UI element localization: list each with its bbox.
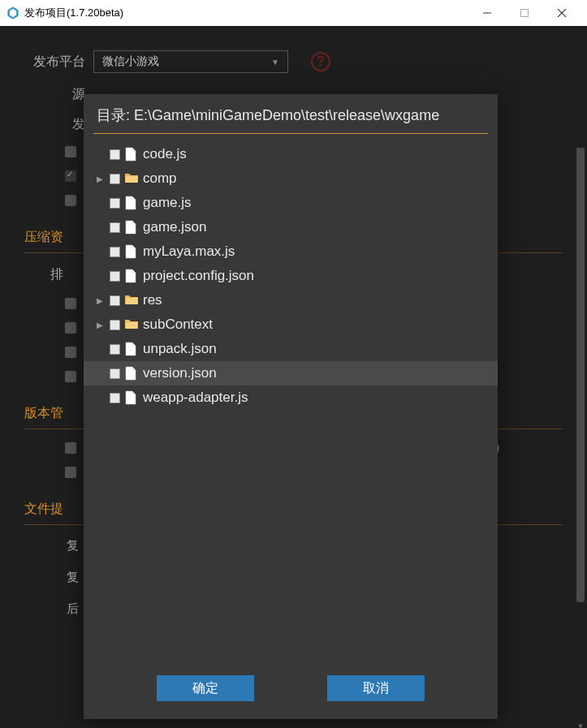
file-name: version.json xyxy=(143,365,217,381)
scrollbar-thumb[interactable] xyxy=(576,148,585,602)
checkbox-2[interactable] xyxy=(65,170,76,182)
folder-icon xyxy=(125,317,138,332)
checkbox-8[interactable] xyxy=(65,442,76,454)
titlebar: 发布项目(1.7.20beta) xyxy=(0,0,587,26)
file-row[interactable]: ▶myLaya.max.js xyxy=(84,239,498,264)
file-checkbox[interactable] xyxy=(110,149,120,160)
file-name: subContext xyxy=(143,317,213,333)
expand-icon[interactable]: ▶ xyxy=(95,174,105,183)
platform-dropdown[interactable]: 微信小游戏 ▼ xyxy=(93,50,288,73)
expand-icon[interactable]: ▶ xyxy=(95,321,105,330)
modal-title: 目录: E:\Game\miniGameDemo\test\release\wx… xyxy=(84,94,498,133)
file-checkbox[interactable] xyxy=(110,247,120,257)
file-row[interactable]: ▶version.json xyxy=(84,361,498,386)
file-row[interactable]: ▶game.json xyxy=(84,215,498,239)
file-checkbox[interactable] xyxy=(110,222,120,233)
checkbox-6[interactable] xyxy=(65,347,76,358)
file-list: ▶code.js▶comp▶game.js▶game.json▶myLaya.m… xyxy=(84,140,498,661)
file-icon xyxy=(125,147,138,162)
file-icon xyxy=(125,244,138,259)
directory-modal: 目录: E:\Game\miniGameDemo\test\release\wx… xyxy=(84,94,498,719)
file-icon xyxy=(125,269,138,283)
file-name: code.js xyxy=(143,146,187,162)
help-icon[interactable]: ? xyxy=(311,52,330,71)
file-checkbox[interactable] xyxy=(110,198,120,209)
file-checkbox[interactable] xyxy=(110,393,120,403)
platform-value: 微信小游戏 xyxy=(102,54,159,69)
file-icon xyxy=(125,220,138,235)
modal-divider xyxy=(93,133,488,134)
file-row[interactable]: ▶code.js xyxy=(84,142,498,166)
svg-rect-3 xyxy=(521,10,529,17)
file-row[interactable]: ▶game.js xyxy=(84,191,498,215)
checkbox-4[interactable] xyxy=(65,298,76,309)
checkbox-5[interactable] xyxy=(65,322,76,334)
file-name: comp xyxy=(143,170,177,187)
file-checkbox[interactable] xyxy=(110,295,120,306)
platform-row: 发布平台 微信小游戏 ▼ ? xyxy=(24,50,563,73)
window-controls xyxy=(468,0,581,26)
close-button[interactable] xyxy=(543,0,581,26)
publish-label: 发 xyxy=(24,116,85,133)
file-icon xyxy=(125,342,138,356)
file-name: unpack.json xyxy=(143,341,217,357)
file-icon xyxy=(125,366,138,381)
minimize-button[interactable] xyxy=(468,0,506,26)
chevron-down-icon: ▼ xyxy=(271,58,279,67)
file-name: game.json xyxy=(143,219,206,235)
file-checkbox[interactable] xyxy=(110,174,120,184)
titlebar-left: 发布项目(1.7.20beta) xyxy=(6,6,123,20)
platform-label: 发布平台 xyxy=(24,54,85,71)
file-name: weapp-adapter.js xyxy=(143,390,248,406)
folder-icon xyxy=(125,293,138,308)
ok-button[interactable]: 确定 xyxy=(157,675,254,701)
folder-icon xyxy=(125,171,138,186)
file-checkbox[interactable] xyxy=(110,368,120,379)
file-row[interactable]: ▶res xyxy=(84,288,498,312)
file-name: game.js xyxy=(143,195,192,211)
scrollbar[interactable]: ▼ xyxy=(576,148,585,728)
file-checkbox[interactable] xyxy=(110,271,120,282)
file-row[interactable]: ▶subContext xyxy=(84,312,498,337)
maximize-button[interactable] xyxy=(506,0,543,26)
file-icon xyxy=(125,196,138,210)
file-checkbox[interactable] xyxy=(110,320,120,330)
checkbox-1[interactable] xyxy=(65,146,76,157)
file-checkbox[interactable] xyxy=(110,344,120,355)
source-label: 源 xyxy=(24,86,85,103)
expand-icon[interactable]: ▶ xyxy=(95,296,105,305)
checkbox-3[interactable] xyxy=(65,195,76,206)
scroll-down-icon[interactable]: ▼ xyxy=(576,722,585,728)
file-row[interactable]: ▶project.config.json xyxy=(84,264,498,288)
file-name: project.config.json xyxy=(143,268,254,284)
file-icon xyxy=(125,390,138,405)
checkbox-9[interactable] xyxy=(65,467,76,478)
file-row[interactable]: ▶weapp-adapter.js xyxy=(84,386,498,410)
file-row[interactable]: ▶comp xyxy=(84,166,498,191)
file-row[interactable]: ▶unpack.json xyxy=(84,337,498,361)
file-name: res xyxy=(143,292,162,308)
window-title: 发布项目(1.7.20beta) xyxy=(24,6,123,20)
checkbox-7[interactable] xyxy=(65,371,76,382)
file-name: myLaya.max.js xyxy=(143,243,235,260)
cancel-button[interactable]: 取消 xyxy=(327,675,425,701)
app-icon xyxy=(6,6,19,19)
modal-buttons: 确定 取消 xyxy=(84,661,498,719)
